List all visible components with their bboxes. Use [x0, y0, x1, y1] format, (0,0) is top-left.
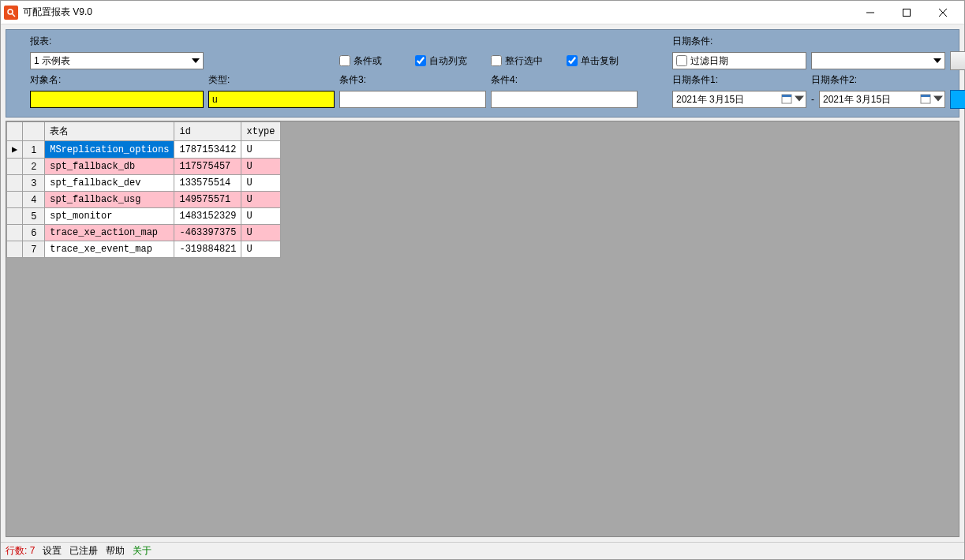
cell-name[interactable]: trace_xe_action_map — [45, 225, 174, 241]
row-marker — [7, 159, 23, 175]
cell-name[interactable]: spt_monitor — [45, 208, 174, 225]
row-marker — [7, 192, 23, 208]
chevron-down-icon[interactable] — [795, 94, 804, 103]
cell-xtype[interactable]: U — [241, 141, 280, 159]
type-input[interactable] — [208, 91, 335, 108]
cell-id[interactable]: 133575514 — [174, 175, 241, 192]
svg-point-0 — [8, 9, 13, 14]
row-marker: ▶ — [7, 141, 23, 159]
row-marker — [7, 241, 23, 258]
auto-colwidth-checkbox[interactable]: 自动列宽 — [415, 54, 486, 68]
single-copy-checkbox[interactable]: 单击复制 — [567, 54, 638, 68]
settings-link[interactable]: 设置 — [43, 544, 62, 558]
chevron-down-icon[interactable] — [933, 94, 943, 103]
cell-xtype[interactable]: U — [241, 241, 280, 258]
export-excel-button[interactable]: 导出Excel — [950, 51, 965, 70]
svg-rect-9 — [921, 95, 930, 97]
cell-id[interactable]: -463397375 — [174, 225, 241, 241]
app-window: 可配置报表 V9.0 报表: 日期条件: 1 示例表 条件或 自动列宽 整行选中… — [0, 0, 965, 560]
cell-id[interactable]: 117575457 — [174, 159, 241, 175]
row-number: 6 — [23, 225, 45, 241]
table-row[interactable]: 5spt_monitor1483152329U — [7, 208, 281, 225]
cond3-input[interactable] — [339, 91, 486, 108]
row-count: 行数: 7 — [6, 544, 35, 558]
titlebar: 可配置报表 V9.0 — [1, 1, 964, 24]
table-row[interactable]: 6trace_xe_action_map-463397375U — [7, 225, 281, 241]
calendar-icon — [781, 93, 792, 104]
cell-xtype[interactable]: U — [241, 159, 280, 175]
svg-line-1 — [13, 13, 16, 17]
row-marker — [7, 208, 23, 225]
help-link[interactable]: 帮助 — [106, 544, 125, 558]
table-row[interactable]: 3spt_fallback_dev133575514U — [7, 175, 281, 192]
window-title: 可配置报表 V9.0 — [23, 6, 92, 19]
statusbar: 行数: 7 设置 已注册 帮助 关于 — [1, 542, 964, 559]
row-marker — [7, 175, 23, 192]
cell-name[interactable]: spt_fallback_dev — [45, 175, 174, 192]
date1-label: 日期条件1: — [672, 73, 806, 87]
cond4-input[interactable] — [491, 91, 638, 108]
cell-id[interactable]: 149575571 — [174, 192, 241, 208]
cond3-label: 条件3: — [339, 73, 486, 87]
col-header[interactable]: xtype — [241, 122, 280, 141]
query-button[interactable]: 查询 — [950, 90, 965, 109]
close-button[interactable] — [925, 2, 961, 24]
row-number: 3 — [23, 175, 45, 192]
about-link[interactable]: 关于 — [133, 544, 151, 558]
filter-panel: 报表: 日期条件: 1 示例表 条件或 自动列宽 整行选中 单击复制 过滤日期 … — [6, 29, 959, 118]
row-number: 4 — [23, 192, 45, 208]
row-number: 7 — [23, 241, 45, 258]
svg-rect-3 — [903, 9, 911, 16]
cell-id[interactable]: -319884821 — [174, 241, 241, 258]
row-number: 5 — [23, 208, 45, 225]
cell-id[interactable]: 1787153412 — [174, 141, 241, 159]
app-icon — [4, 6, 18, 20]
obj-name-label: 对象名: — [30, 73, 204, 87]
report-label: 报表: — [30, 35, 204, 48]
cell-id[interactable]: 1483152329 — [174, 208, 241, 225]
cell-xtype[interactable]: U — [241, 192, 280, 208]
table-row[interactable]: 7trace_xe_event_map-319884821U — [7, 241, 281, 258]
minimize-button[interactable] — [852, 2, 888, 24]
table-row[interactable]: ▶1MSreplication_options1787153412U — [7, 141, 281, 159]
svg-rect-7 — [782, 95, 791, 97]
calendar-icon — [920, 93, 931, 104]
cell-xtype[interactable]: U — [241, 208, 280, 225]
filter-date-dropdown[interactable] — [811, 52, 945, 69]
col-header[interactable]: id — [174, 122, 241, 141]
data-grid[interactable]: 表名idxtype ▶1MSreplication_options1787153… — [6, 121, 959, 537]
cell-xtype[interactable]: U — [241, 225, 280, 241]
type-label: 类型: — [208, 73, 335, 87]
obj-name-input[interactable] — [30, 91, 204, 108]
row-marker — [7, 225, 23, 241]
row-number: 2 — [23, 159, 45, 175]
table-row[interactable]: 4spt_fallback_usg149575571U — [7, 192, 281, 208]
table-row[interactable]: 2spt_fallback_db117575457U — [7, 159, 281, 175]
whole-row-checkbox[interactable]: 整行选中 — [491, 54, 562, 68]
cell-name[interactable]: trace_xe_event_map — [45, 241, 174, 258]
col-header[interactable]: 表名 — [45, 122, 174, 141]
filter-date-checkbox[interactable]: 过滤日期 — [672, 52, 806, 69]
row-number: 1 — [23, 141, 45, 159]
cell-name[interactable]: spt_fallback_db — [45, 159, 174, 175]
cond-or-checkbox[interactable]: 条件或 — [339, 54, 410, 68]
report-select[interactable]: 1 示例表 — [30, 52, 204, 69]
cell-name[interactable]: MSreplication_options — [45, 141, 174, 159]
date-cond-label: 日期条件: — [672, 35, 806, 48]
cell-name[interactable]: spt_fallback_usg — [45, 192, 174, 208]
cell-xtype[interactable]: U — [241, 175, 280, 192]
registered-label: 已注册 — [69, 544, 98, 558]
date-separator: - — [811, 94, 814, 105]
cond4-label: 条件4: — [491, 73, 638, 87]
date2-label: 日期条件2: — [811, 73, 945, 87]
maximize-button[interactable] — [888, 2, 925, 24]
